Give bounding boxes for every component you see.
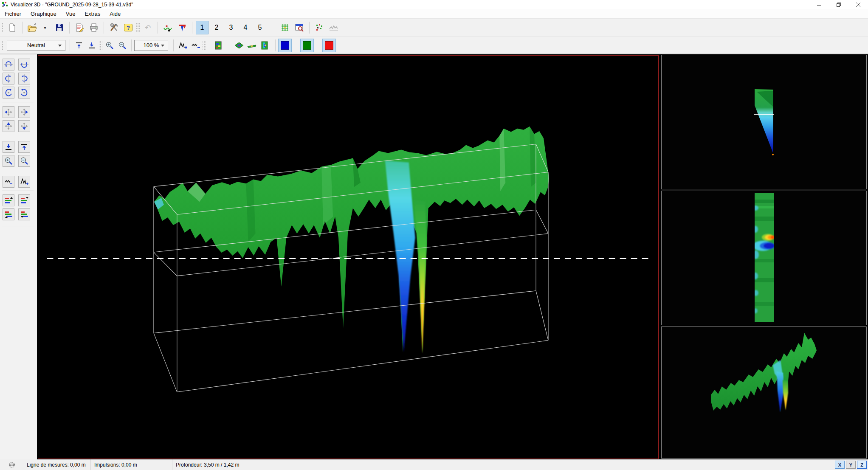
dropdown-caret-icon — [161, 45, 164, 47]
terrain-surface — [154, 127, 549, 354]
view-3d-icon — [234, 41, 244, 50]
view-front-button[interactable] — [258, 39, 271, 52]
layers-down-bottom-button[interactable] — [18, 208, 30, 220]
rotate-left-button[interactable] — [3, 73, 14, 84]
signal-filter-button[interactable] — [175, 20, 189, 35]
side-profile-render — [662, 55, 866, 189]
new-file-button[interactable] — [5, 20, 20, 35]
zoom-select-value: 100 % — [144, 42, 159, 48]
toolbar-grip[interactable] — [203, 40, 206, 51]
settings-button[interactable] — [107, 20, 121, 35]
view-front-icon — [261, 41, 268, 50]
align-top-button[interactable] — [73, 39, 85, 52]
align-bottom-button[interactable] — [85, 39, 98, 52]
rotate-right-button[interactable] — [18, 73, 30, 84]
red-channel-icon — [325, 41, 333, 50]
mini-terrain-surface — [711, 333, 817, 412]
thumbnail-view-button[interactable] — [212, 39, 225, 52]
menu-graphique[interactable]: Graphique — [26, 9, 61, 18]
view-button-5[interactable]: 5 — [254, 21, 266, 34]
restore-button[interactable] — [829, 0, 848, 9]
signal-add-button[interactable] — [161, 20, 175, 35]
view-button-4[interactable]: 4 — [239, 21, 252, 34]
move-right-button[interactable] — [18, 106, 30, 118]
zoom-out-button[interactable] — [116, 39, 129, 52]
print-button[interactable] — [87, 20, 101, 35]
toolbar-grip[interactable] — [1, 22, 4, 33]
perspective-render — [662, 327, 866, 458]
move-left-button[interactable] — [3, 106, 14, 118]
minimize-button[interactable] — [809, 0, 829, 9]
save-button[interactable] — [52, 20, 67, 35]
filter-select[interactable]: Neutral — [7, 40, 65, 51]
status-impulses: Impulsions: 0,00 m — [90, 459, 172, 470]
menu-fichier[interactable]: Fichier — [0, 9, 26, 18]
layers-up-top-icon — [4, 196, 13, 205]
rotate-up-icon — [3, 59, 14, 70]
sidebar-zoom-out-button[interactable] — [18, 155, 30, 167]
open-file-dropdown[interactable]: ▾ — [39, 21, 52, 34]
peak-plus-icon — [20, 177, 29, 186]
peak-minus-icon — [4, 177, 13, 186]
green-channel-button[interactable] — [300, 39, 314, 52]
move-down-icon — [19, 121, 29, 131]
anomaly-blue-spike — [385, 160, 415, 352]
view-button-1[interactable]: 1 — [196, 21, 209, 34]
roll-left-button[interactable] — [3, 87, 14, 99]
report-button[interactable] — [72, 20, 87, 35]
side-profile-panel[interactable] — [661, 55, 867, 189]
toolbar-grip[interactable] — [1, 40, 4, 51]
zoom-select[interactable]: 100 % — [134, 40, 168, 51]
zoom-in-button[interactable] — [103, 39, 116, 52]
axis-z-button[interactable]: Z — [857, 461, 867, 469]
blue-channel-button[interactable] — [278, 39, 292, 52]
rotate-right-icon — [19, 73, 29, 84]
undo-button[interactable]: ↶ — [141, 20, 155, 35]
sidebar-zoom-in-button[interactable] — [3, 155, 14, 167]
rotation-status-icon — [0, 462, 23, 468]
move-down-button[interactable] — [18, 120, 30, 132]
view-3d-button[interactable] — [233, 39, 245, 52]
rotate-up-button[interactable] — [3, 59, 14, 70]
view-button-3[interactable]: 3 — [225, 21, 237, 34]
menubar: Fichier Graphique Vue Extras Aide — [0, 9, 868, 18]
peak-plus-button[interactable] — [176, 39, 189, 52]
perspective-panel[interactable] — [661, 326, 867, 459]
roll-right-button[interactable] — [18, 87, 30, 99]
workspace — [0, 54, 868, 459]
preview-window-button[interactable] — [292, 20, 307, 35]
scatter-points-button[interactable] — [312, 20, 327, 35]
new-document-icon — [8, 23, 17, 32]
axis-y-button[interactable]: Y — [846, 461, 856, 469]
sidebar-peak-plus-button[interactable] — [18, 176, 30, 188]
menu-vue[interactable]: Vue — [61, 9, 80, 18]
view-side-button[interactable] — [245, 39, 258, 52]
view-button-2[interactable]: 2 — [210, 21, 223, 34]
close-button[interactable] — [848, 0, 868, 9]
peak-minus-button[interactable] — [189, 39, 202, 52]
save-icon — [55, 23, 64, 32]
layers-up-top-button[interactable] — [3, 194, 14, 206]
toolbar-grip[interactable] — [136, 22, 140, 33]
menu-extras[interactable]: Extras — [80, 9, 105, 18]
peak-minus-icon — [191, 41, 200, 50]
axis-x-button[interactable]: X — [835, 461, 845, 469]
help-button[interactable]: ? — [121, 20, 135, 35]
depth-down-button[interactable] — [3, 141, 14, 153]
layers-up-bottom-button[interactable] — [3, 208, 14, 220]
sidebar-peak-minus-button[interactable] — [3, 176, 14, 188]
signal-graph-button[interactable] — [327, 20, 341, 35]
grid-button[interactable] — [278, 20, 292, 35]
rotate-down-button[interactable] — [18, 59, 30, 70]
depth-up-button[interactable] — [18, 141, 30, 153]
toolbar-grip[interactable] — [99, 40, 102, 51]
layers-down-bottom-icon — [20, 210, 29, 219]
menu-aide[interactable]: Aide — [105, 9, 125, 18]
move-up-button[interactable] — [3, 120, 14, 132]
roll-right-icon — [19, 87, 29, 98]
layers-down-top-button[interactable] — [18, 194, 30, 206]
red-channel-button[interactable] — [322, 39, 336, 52]
top-strip-panel[interactable] — [661, 191, 867, 325]
main-3d-view[interactable] — [38, 55, 659, 459]
open-file-button[interactable] — [25, 20, 39, 35]
